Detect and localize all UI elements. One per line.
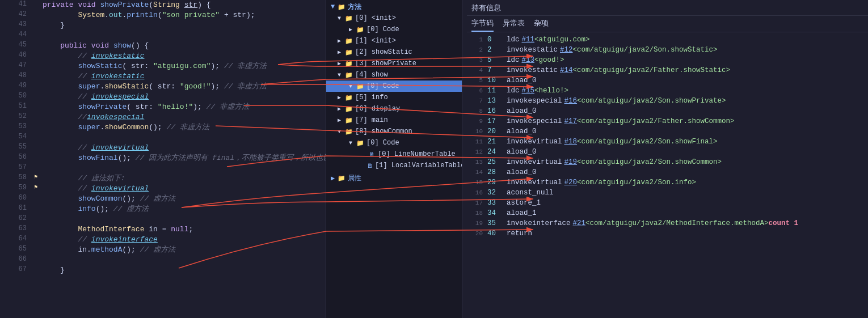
folder-icon: 📁 [344,70,353,79]
tree-item-showprivate[interactable]: ▶ 📁 [3] showPrivate [326,58,462,69]
code-line-64: 64 // invokeinterface [0,235,326,245]
tree-panel: ▼ 📁 方法 ▼ 📁 [0] <init> ▶ 📁 [0] Code ▶ 📁 [… [326,0,462,318]
tab-bytecode[interactable]: 字节码 [471,18,494,32]
expand-arrow: ▼ [349,140,356,146]
tree-section-attributes-label: 属性 [348,173,361,183]
folder-icon: 📁 [344,59,353,68]
bc-line-17: 17 33 astore_1 [467,198,868,208]
count-label: count 1 [769,218,799,228]
code-panel: 41 private void showPrivate(String str) … [0,0,326,318]
bc-line-6: 6 11 ldc #15 <hello!> [467,86,868,96]
bc-line-14: 14 28 aload_0 [467,167,868,177]
bc-line-15: 15 29 invokevirtual #20 <com/atguigu/jav… [467,177,868,188]
tree-item-init-1[interactable]: ▶ 📁 [1] <init> [326,35,462,46]
tree-item-label: [8] showCommon [355,128,412,135]
file-icon: 🗎 [367,161,373,170]
tree-section-methods[interactable]: ▼ 📁 方法 [326,1,462,12]
tree-item-display[interactable]: ▶ 📁 [6] display [326,103,462,115]
expand-arrow: ▼ [338,72,344,78]
folder-icon: 📁 [344,14,353,23]
tree-section-methods-arrow: ▼ [331,3,335,11]
bc-line-8: 8 16 aload_0 [467,106,868,116]
code-line-58: 58 ⚑ // 虚法如下: [0,173,326,184]
tree-item-show-code[interactable]: ▼ 📁 [0] Code [326,80,462,92]
expand-arrow: ▼ [338,15,344,22]
tree-item-show[interactable]: ▼ 📁 [4] show [326,69,462,80]
tree-item-label: [6] display [355,105,400,113]
tree-item-label: [0] LineNumberTable [378,150,456,158]
expand-arrow: ▼ [349,83,356,90]
bytecode-title: 持有信息 [471,3,501,13]
tree-item-localvariabletable[interactable]: ▶ 🗎 [1] LocalVariableTable [326,160,462,171]
code-line-46: 46 // invokestatic [0,51,326,61]
expand-arrow: ▶ [360,162,367,169]
code-line-45: 45 public void show() { [0,41,326,51]
tree-item-label: [3] showPrivate [355,60,416,67]
tree-section-attributes[interactable]: ▶ 📁 属性 [326,172,462,184]
expand-arrow: ▶ [338,94,344,101]
bc-line-5: 5 10 aload_0 [467,75,868,86]
code-line-63: 63 MethodInterface in = null; [0,224,326,235]
bc-line-2: 2 2 invokestatic #12 <com/atguigu/java2/… [467,45,868,55]
tab-exception-table[interactable]: 异常表 [503,18,525,32]
code-line-67: 67 } [0,265,326,275]
expand-arrow: ▶ [360,151,367,158]
bytecode-content: 1 0 ldc #11 <atguigu.com> 2 2 invokestat… [467,35,868,318]
bc-line-4: 4 7 invokestatic #14 <com/atguigu/java2/… [467,65,868,75]
tree-item-linenumbertable[interactable]: ▶ 🗎 [0] LineNumberTable [326,149,462,160]
tree-item-label: [2] showStatic [355,48,412,56]
code-line-42: 42 System.out.println("son private" + st… [0,10,326,20]
code-line-65: 65 in.methodA(); // 虚方法 [0,245,326,255]
code-line-50: 50 // invokespecial [0,92,326,102]
code-line-51: 51 showPrivate( str: "hello!"); // 非虚方法 [0,102,326,112]
code-line-49: 49 super.showStatic( str: "good!"); // 非… [0,82,326,92]
bc-line-10: 10 20 aload_0 [467,126,868,137]
tree-item-showstatic[interactable]: ▶ 📁 [2] showStatic [326,46,462,58]
tree-section-attributes-arrow: ▶ [331,174,335,183]
code-line-61: 61 info(); // 虚方法 [0,204,326,214]
bytecode-tabs: 字节码 异常表 杂项 [467,16,868,32]
expand-arrow: ▶ [338,37,344,44]
folder-icon: 📁 [344,48,353,57]
tree-item-label: [5] info [355,94,388,101]
line-number-41: 41 [0,0,31,8]
bc-line-9: 9 17 invokespecial #17 <com/atguigu/java… [467,116,868,126]
bytecode-header: 持有信息 [467,0,868,16]
bytecode-panel: 持有信息 字节码 异常表 杂项 1 0 ldc #11 <atguigu.com… [462,0,868,318]
folder-icon: 📁 [344,93,353,102]
code-line-62: 62 [0,214,326,224]
folder-icon: 📁 [356,82,365,91]
tree-item-label: [1] <init> [355,37,396,45]
tree-item-label: [7] main [355,116,388,124]
tree-item-code-0[interactable]: ▶ 📁 [0] Code [326,24,462,35]
bc-line-20: 20 40 return [467,228,868,239]
tree-item-label: [4] show [355,71,388,79]
tree-item-label: [1] LocalVariableTable [375,162,462,169]
code-line-60: 60 showCommon(); // 虚方法 [0,194,326,204]
tree-item-showcommon-code[interactable]: ▼ 📁 [0] Code [326,137,462,149]
bc-line-3: 3 5 ldc #13 <good!> [467,55,868,65]
tree-item-main[interactable]: ▶ 📁 [7] main [326,115,462,126]
code-line-52: 52 //invokespecial [0,112,326,122]
code-line-47: 47 showStatic( str: "atguigu.com"); // 非… [0,61,326,71]
bc-line-18: 18 34 aload_1 [467,208,868,218]
tree-section-methods-label: 方法 [348,2,361,12]
bc-line-12: 12 24 aload_0 [467,147,868,157]
tree-item-showcommon[interactable]: ▼ 📁 [8] showCommon [326,126,462,137]
bc-line-13: 13 25 invokevirtual #19 <com/atguigu/jav… [467,157,868,167]
bc-line-11: 11 21 invokevirtual #18 <com/atguigu/jav… [467,137,868,147]
code-line-53: 53 super.showCommon(); // 非虚方法 [0,122,326,133]
tree-item-label: [0] <init> [355,14,396,22]
tab-misc[interactable]: 杂项 [534,18,549,32]
code-line-44: 44 [0,31,326,41]
expand-arrow: ▶ [338,117,344,124]
tree-item-info[interactable]: ▶ 📁 [5] info [326,92,462,103]
tree-item-init-0[interactable]: ▼ 📁 [0] <init> [326,12,462,24]
code-line-66: 66 [0,255,326,265]
bc-line-16: 16 32 aconst_null [467,188,868,198]
folder-icon: 📁 [344,36,353,45]
folder-icon: 📁 [337,173,346,183]
code-line-56: 56 showFinal(); // 因为此方法声明有 final，不能被子类重… [0,153,326,163]
code-line-48: 48 // invokestatic [0,71,326,82]
bc-line-7: 7 13 invokespecial #16 <com/atguigu/java… [467,96,868,106]
